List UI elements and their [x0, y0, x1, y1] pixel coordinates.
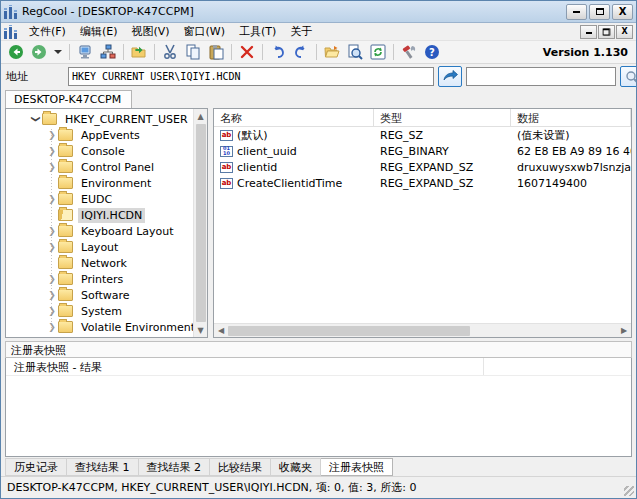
forward-button[interactable] [28, 42, 50, 62]
close-button[interactable]: X [612, 4, 633, 20]
chevron-collapsed-icon[interactable]: ❯ [46, 129, 58, 141]
chevron-expanded-icon[interactable]: ❯ [30, 113, 42, 125]
tree-item-console[interactable]: ❯ Console [6, 143, 193, 159]
favorites-folder-button[interactable] [321, 42, 343, 62]
menu-window[interactable]: 窗口(W) [177, 22, 232, 41]
history-dropdown-button[interactable] [51, 42, 65, 62]
copy-button[interactable] [182, 42, 204, 62]
snapshot-result-column-header[interactable]: 注册表快照 - 结果 [6, 358, 484, 375]
folder-icon [58, 241, 73, 253]
tree-vertical-scrollbar[interactable]: ▲ ▼ [193, 109, 207, 337]
tree-item-control-panel[interactable]: ❯ Control Panel [6, 159, 193, 175]
redo-icon [293, 44, 309, 60]
column-header-name[interactable]: 名称 [214, 109, 374, 126]
svg-text:?: ? [429, 47, 435, 58]
tree-item-eudc[interactable]: ❯ EUDC [6, 191, 193, 207]
snapshot-pane: 注册表快照 注册表快照 - 结果 [5, 341, 632, 457]
find-button[interactable] [344, 42, 366, 62]
menu-file[interactable]: 文件(F) [22, 22, 73, 41]
chevron-collapsed-icon[interactable]: ❯ [46, 289, 58, 301]
tree-item-layout[interactable]: ❯ Layout [6, 239, 193, 255]
chevron-collapsed-icon[interactable]: ❯ [46, 161, 58, 173]
chevron-collapsed-icon[interactable]: ❯ [46, 225, 58, 237]
jump-to-key-button[interactable] [128, 42, 150, 62]
column-header-type[interactable]: 类型 [374, 109, 511, 126]
tree-item-keyboard-layout[interactable]: ❯ Keyboard Layout [6, 223, 193, 239]
chevron-collapsed-icon[interactable]: ❯ [46, 241, 58, 253]
tab-history[interactable]: 历史记录 [5, 458, 67, 476]
redo-button[interactable] [290, 42, 312, 62]
menu-edit[interactable]: 编辑(E) [73, 22, 125, 41]
refresh-button[interactable] [367, 42, 389, 62]
scroll-down-icon[interactable]: ▼ [194, 323, 208, 337]
mdi-close-button[interactable]: X [616, 25, 633, 39]
mdi-minimize-button[interactable] [580, 25, 597, 39]
chevron-collapsed-icon[interactable]: ❯ [46, 145, 58, 157]
search-button[interactable] [620, 66, 637, 87]
snapshot-caption[interactable]: 注册表快照 [5, 341, 632, 358]
tree-item-volatile-environment[interactable]: ❯ Volatile Environment [6, 319, 193, 335]
column-header-data[interactable]: 数据 [511, 109, 631, 126]
help-button[interactable]: ? [421, 42, 443, 62]
scroll-left-icon[interactable]: ◀ [214, 324, 228, 338]
connect-computer-button[interactable] [74, 42, 96, 62]
address-bar: 地址 [1, 64, 636, 89]
back-button[interactable] [5, 42, 27, 62]
chevron-collapsed-icon[interactable]: ❯ [46, 305, 58, 317]
cut-button[interactable] [159, 42, 181, 62]
list-header: 名称 类型 数据 [214, 109, 631, 127]
scrollbar-thumb[interactable] [196, 124, 206, 322]
network-button[interactable] [97, 42, 119, 62]
tree-item-environment[interactable]: ❯ Environment [6, 175, 193, 191]
value-list-pane: 名称 类型 数据 ab(默认) REG_SZ (值未设置) 0110client… [213, 108, 632, 338]
go-button[interactable] [438, 66, 462, 87]
tree-item-network[interactable]: ❯ Network [6, 255, 193, 271]
tab-registry-snapshot[interactable]: 注册表快照 [321, 458, 393, 476]
tree-item-appevents[interactable]: ❯ AppEvents [6, 127, 193, 143]
mdi-restore-button[interactable] [598, 25, 615, 39]
document-tab-strip: DESKTOP-K47CCPM [1, 89, 636, 108]
minimize-button[interactable] [566, 4, 587, 20]
quick-search-input[interactable] [466, 67, 616, 86]
tree-item-iqiyi-hcdn[interactable]: ❯ IQIYI.HCDN [6, 207, 193, 223]
chevron-collapsed-icon[interactable]: ❯ [46, 193, 58, 205]
scrollbar-thumb[interactable] [228, 326, 470, 336]
tab-favorites[interactable]: 收藏夹 [271, 458, 321, 476]
value-row-clientid[interactable]: abclientid REG_EXPAND_SZ druxuwysxwb7lsn… [214, 159, 631, 175]
tree-item-software[interactable]: ❯ Software [6, 287, 193, 303]
value-row-client-uuid[interactable]: 0110client_uuid REG_BINARY 62 E8 EB A9 8… [214, 143, 631, 159]
registry-tree-pane: ❯ HKEY_CURRENT_USER ❯ AppEvents ❯ Consol… [5, 108, 208, 338]
open-folder-icon [324, 44, 340, 60]
value-row-createclientidtime[interactable]: abCreateClientidTime REG_EXPAND_SZ 16071… [214, 175, 631, 191]
tree-item-hkey-current-user[interactable]: ❯ HKEY_CURRENT_USER [6, 111, 193, 127]
address-input[interactable] [68, 67, 434, 86]
list-horizontal-scrollbar[interactable]: ◀ ▶ [214, 323, 631, 337]
paste-button[interactable] [205, 42, 227, 62]
chevron-collapsed-icon[interactable]: ❯ [46, 321, 58, 333]
menu-tools[interactable]: 工具(T) [232, 22, 283, 41]
menu-view[interactable]: 视图(V) [124, 22, 176, 41]
tab-desktop-k47ccpm[interactable]: DESKTOP-K47CCPM [5, 90, 132, 108]
maximize-button[interactable] [589, 4, 610, 20]
folder-icon [42, 113, 57, 125]
delete-button[interactable] [236, 42, 258, 62]
tree-item-printers[interactable]: ❯ Printers [6, 271, 193, 287]
undo-button[interactable] [267, 42, 289, 62]
scroll-right-icon[interactable]: ▶ [617, 324, 631, 338]
chevron-collapsed-icon[interactable]: ❯ [46, 273, 58, 285]
tab-find-results-1[interactable]: 查找结果 1 [67, 458, 139, 476]
resize-grip[interactable] [624, 486, 634, 496]
title-bar[interactable]: RegCool - [DESKTOP-K47CCPM] X [1, 1, 636, 23]
menu-about[interactable]: 关于 [283, 22, 319, 41]
value-row-default[interactable]: ab(默认) REG_SZ (值未设置) [214, 127, 631, 143]
scroll-up-icon[interactable]: ▲ [194, 109, 208, 123]
go-arrow-icon [443, 70, 458, 83]
tab-find-results-2[interactable]: 查找结果 2 [139, 458, 211, 476]
regcool-logo-icon [4, 5, 18, 19]
tab-compare-results[interactable]: 比较结果 [210, 458, 271, 476]
snapshot-results-area[interactable] [6, 376, 631, 456]
mdi-child-icon[interactable] [4, 25, 18, 39]
tools-button[interactable] [398, 42, 420, 62]
tree-item-system[interactable]: ❯ System [6, 303, 193, 319]
folder-icon [58, 257, 73, 269]
